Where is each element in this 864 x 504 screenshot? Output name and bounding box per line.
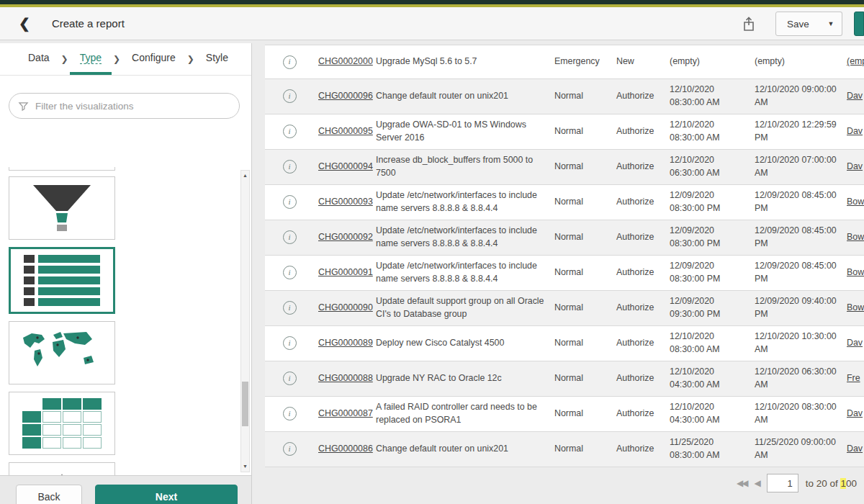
visualization-thumb-funnel[interactable] <box>9 176 115 240</box>
visualization-thumb-pyramid[interactable] <box>9 462 115 475</box>
assigned-to-link[interactable]: Bow <box>847 197 864 207</box>
change-number-link[interactable]: CHG0000087 <box>318 408 373 418</box>
info-icon[interactable]: i <box>283 160 297 174</box>
save-dropdown-button[interactable]: ▼ <box>820 12 842 36</box>
assigned-to-link[interactable]: Dav <box>847 444 863 454</box>
tab-data[interactable]: Data <box>18 43 60 75</box>
visualization-thumb-partial[interactable] <box>9 167 115 171</box>
info-icon[interactable]: i <box>283 372 297 385</box>
back-icon[interactable]: ❮ <box>19 15 30 32</box>
table-row: i CHG0002000 Upgrade MySql 5.6 to 5.7 Em… <box>265 45 864 79</box>
table-row: i CHG0000089 Deploy new Cisco Catalyst 4… <box>265 326 864 361</box>
priority-cell: Normal <box>554 403 616 425</box>
pagination-range-label: to 20 of 100 <box>806 478 857 489</box>
info-icon[interactable]: i <box>283 89 297 103</box>
short-description-cell: Upgrade MySql 5.6 to 5.7 <box>376 51 554 73</box>
info-icon[interactable]: i <box>283 195 297 209</box>
planned-end-cell: 12/10/2020 08:30:00 AM <box>755 397 847 431</box>
assigned-to-link[interactable]: Bow <box>847 302 864 312</box>
assigned-to-link[interactable]: Dav <box>847 408 863 418</box>
planned-start-cell: 12/09/2020 08:30:00 PM <box>670 256 755 290</box>
assigned-to-link[interactable]: Fre <box>847 373 860 383</box>
info-icon[interactable]: i <box>283 55 297 69</box>
planned-end-cell: 12/09/2020 08:45:00 PM <box>755 220 847 255</box>
state-cell: Authorize <box>616 227 670 248</box>
short-description-cell: Upgrade OWA-SD-01 to MS Windows Server 2… <box>376 114 554 149</box>
page-number-input[interactable] <box>767 474 798 492</box>
priority-cell: Emergency <box>554 51 616 73</box>
change-number-link[interactable]: CHG0000096 <box>318 91 373 101</box>
pyramid-chart-icon <box>19 467 105 475</box>
back-button[interactable]: Back <box>16 485 82 504</box>
planned-start-cell: 12/10/2020 08:30:00 AM <box>670 114 755 149</box>
planned-start-cell: (empty) <box>670 51 755 73</box>
priority-cell: Normal <box>554 121 616 143</box>
state-cell: Authorize <box>616 297 670 319</box>
state-cell: Authorize <box>616 156 670 178</box>
change-request-table: i CHG0002000 Upgrade MySql 5.6 to 5.7 Em… <box>265 45 864 467</box>
assigned-to-link[interactable]: Dav <box>847 338 863 348</box>
info-icon[interactable]: i <box>283 336 297 350</box>
state-cell: Authorize <box>616 192 670 213</box>
scroll-down-icon[interactable]: ▼ <box>241 462 249 472</box>
table-row: i CHG0000094 Increase db_block_buffers f… <box>265 150 864 185</box>
change-number-link[interactable]: CHG0000095 <box>318 126 373 136</box>
scroll-up-icon[interactable]: ▲ <box>241 171 249 181</box>
priority-cell: Normal <box>554 227 616 248</box>
change-number-link[interactable]: CHG0000088 <box>318 373 373 383</box>
priority-cell: Normal <box>554 333 616 354</box>
change-number-link[interactable]: CHG0000089 <box>318 338 373 348</box>
change-number-link[interactable]: CHG0000093 <box>318 197 373 207</box>
state-cell: New <box>616 51 670 73</box>
table-row: i CHG0000093 Update /etc/network/interfa… <box>265 185 864 220</box>
share-button[interactable] <box>740 15 757 32</box>
priority-cell: Normal <box>554 156 616 178</box>
first-page-button[interactable]: ◀◀ <box>737 478 747 488</box>
short-description-cell: Update /etc/network/interfaces to includ… <box>376 256 554 290</box>
tab-type[interactable]: Type <box>70 43 112 75</box>
state-cell: Authorize <box>616 333 670 354</box>
tab-configure[interactable]: Configure <box>122 43 186 75</box>
planned-start-cell: 12/10/2020 06:30:00 AM <box>670 150 755 184</box>
info-icon[interactable]: i <box>283 266 297 279</box>
planned-start-cell: 12/10/2020 08:30:00 AM <box>670 326 755 361</box>
short-description-cell: A failed RAID controller card needs to b… <box>376 397 554 431</box>
assigned-to-link[interactable]: Dav <box>847 161 863 171</box>
assigned-to-link[interactable]: Bow <box>847 232 864 242</box>
save-button[interactable]: Save <box>775 12 821 36</box>
assigned-to-link[interactable]: Dav <box>847 91 863 101</box>
table-row: i CHG0000090 Update default support grou… <box>265 291 864 326</box>
next-button[interactable]: Next <box>95 485 238 504</box>
assigned-to-link[interactable]: Bow <box>847 267 864 277</box>
table-row: i CHG0000092 Update /etc/network/interfa… <box>265 220 864 256</box>
filter-visualizations-input[interactable] <box>35 101 230 112</box>
change-number-link[interactable]: CHG0002000 <box>318 56 373 66</box>
prev-page-button[interactable]: ◀ <box>754 478 759 488</box>
visualization-scrollbar[interactable]: ▲ ▼ <box>240 170 250 472</box>
info-icon[interactable]: i <box>283 125 297 138</box>
change-number-link[interactable]: CHG0000094 <box>318 161 373 171</box>
tab-style[interactable]: Style <box>196 43 238 75</box>
change-number-link[interactable]: CHG0000091 <box>318 267 373 277</box>
visualization-thumb-map[interactable] <box>9 321 115 384</box>
visualization-thumb-heatmap[interactable] <box>9 392 115 455</box>
info-icon[interactable]: i <box>283 407 297 420</box>
info-icon[interactable]: i <box>283 301 297 315</box>
planned-start-cell: 12/10/2020 04:30:00 AM <box>670 397 755 431</box>
assigned-to-link[interactable]: Dav <box>847 126 863 136</box>
change-number-link[interactable]: CHG0000086 <box>318 444 373 454</box>
run-button-partial[interactable] <box>854 12 864 36</box>
short-description-cell: Update /etc/network/interfaces to includ… <box>376 185 554 220</box>
info-icon[interactable]: i <box>283 442 297 456</box>
change-number-link[interactable]: CHG0000092 <box>318 232 373 242</box>
planned-start-cell: 12/09/2020 09:30:00 PM <box>670 291 755 325</box>
planned-end-cell: 11/25/2020 09:00:00 AM <box>755 432 847 467</box>
scrollbar-thumb[interactable] <box>242 382 248 426</box>
assigned-to-link[interactable]: (empty) <box>847 56 864 66</box>
info-icon[interactable]: i <box>283 230 297 244</box>
table-row: i CHG0000086 Change default router on un… <box>265 432 864 467</box>
state-cell: Authorize <box>616 86 670 107</box>
share-icon <box>740 15 757 32</box>
change-number-link[interactable]: CHG0000090 <box>318 302 373 312</box>
visualization-thumb-list[interactable] <box>9 247 115 314</box>
